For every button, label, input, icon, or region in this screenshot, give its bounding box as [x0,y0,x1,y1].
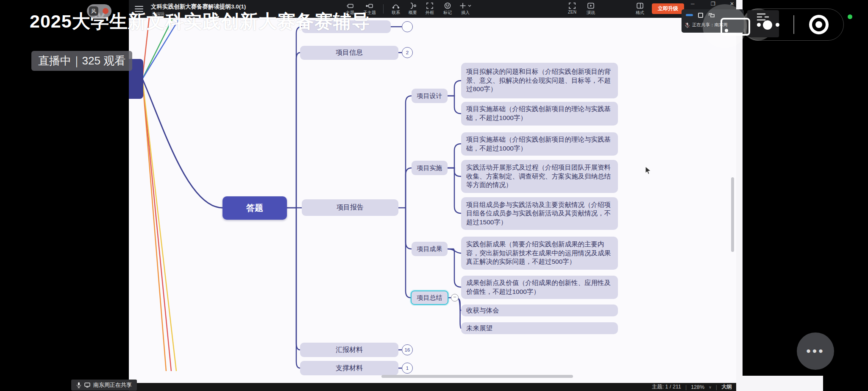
toolbar-zen-button[interactable]: ZEN [562,2,582,14]
mindmap-leaf-future-outlook[interactable]: 未来展望 [461,322,618,334]
mindmap-node-support-materials[interactable]: 支撑材料 [300,361,398,375]
topic-count-badge[interactable]: 1 [402,363,413,374]
topic-count-badge[interactable]: 2 [402,47,413,58]
screen-frame-icon [721,18,750,36]
mindmap-node-project-implementation[interactable]: 项目实施 [412,161,448,175]
mindmap-leaf-innovation-value[interactable]: 成果创新点及价值（介绍成果的创新性、应用性及价值性，不超过1000字） [461,276,618,299]
stop-share-icon[interactable] [698,13,703,18]
topic-count-badge[interactable]: 16 [402,344,413,355]
sharing-toast-text: 南东周正在共享 [93,381,132,389]
toolbar-boundary-button[interactable]: 外框 [420,2,440,16]
subtopic-icon [360,2,379,9]
minimize-bar-icon[interactable] [686,14,693,16]
present-play-icon [581,2,601,9]
mindmap-leaf-activity-process[interactable]: 实践活动开展形式及过程（介绍项目团队开展资料收集、方案制定、调查研究、方案实施及… [461,160,618,193]
format-panel-icon [630,2,650,9]
livestream-title: 2025大学生新文科实践创新大赛备赛辅导 [30,9,370,34]
microphone-icon [76,382,81,388]
toolbar-format-button[interactable]: 格式 [630,2,650,16]
toolbar-insert-button[interactable]: 插入 [456,2,475,16]
mindmap-leaf-implementation-basis-1[interactable]: 项目实施基础（介绍实践创新项目的理论与实践基础，不超过1000字） [461,102,618,126]
content-bottom-corner [736,376,823,391]
sharing-toast: 南东周正在共享 [71,380,137,391]
topic-icon [340,2,360,9]
window-minimize-button[interactable]: ─ [691,1,695,7]
mindmap-node-project-results[interactable]: 项目成果 [412,242,448,256]
toolbar-present-button[interactable]: 演说 [581,2,601,16]
content-right-edge [736,0,743,391]
mindmap-node-project-report[interactable]: 项目报告 [302,199,398,216]
mindmap-leaf-problem-goals[interactable]: 项目拟解决的问题和目标（介绍实践创新项目的背景、意义、拟解决的社会现实问题、目标… [461,63,618,98]
mindmap-node-report-materials[interactable]: 汇报材料 [300,343,398,357]
mouse-cursor [645,166,652,175]
mindmap-node-project-info[interactable]: 项目信息 [300,46,398,60]
capsule-dot-small [757,23,761,27]
floating-app-capsule[interactable]: 风 [87,4,111,18]
mindmap-node-project-summary-selected[interactable]: 项目总结 [411,290,448,305]
xmind-app-window: 文科实践创新大赛备赛解读提纲3.0(1) 已编辑 主题 子主题 联系 概要 [129,0,736,391]
horizontal-scrollbar[interactable] [381,375,573,378]
vertical-scrollbar[interactable] [731,177,734,252]
capsule-dot-small [776,23,779,27]
mindmap-leaf-implementation-basis-2[interactable]: 项目实施基础（介绍实践创新项目的理论与实践基础，不超过1000字） [461,132,618,156]
outline-toggle[interactable]: 大纲 [721,383,732,391]
app-statusbar: 主题: 1 / 211 | 128% ∨ | 大纲 [129,383,736,391]
mindmap-canvas[interactable]: 答题 项目信息 2 项目报告 汇报材料 16 支撑材料 1 项目设计 项目实施 … [129,18,736,383]
mindmap-leaf-gains[interactable]: 收获与体会 [461,304,618,316]
screen-share-icon [84,383,90,388]
topic-counter: 主题: 1 / 211 [652,383,681,391]
collapse-minus-button[interactable]: − [451,294,459,302]
statusbar-divider: | [716,384,717,390]
topic-count-badge[interactable] [402,21,413,32]
mic-muted-icon[interactable] [685,22,690,28]
recording-red-dot [103,8,108,14]
marker-smiley-icon [438,2,457,9]
toolbar-marker-button[interactable]: 标记 [438,2,457,16]
zen-mode-icon [562,2,582,9]
mindmap-connector-lines [129,18,736,383]
live-viewers-badge: 直播中｜325 观看 [31,51,132,71]
insert-plus-icon [456,2,475,9]
zoom-level[interactable]: 128% [691,384,704,390]
mindmap-leaf-member-contribution[interactable]: 项目组成员参与实践活动及主要贡献情况（介绍项目组各位成员参与实践创新活动及其贡献… [461,197,618,230]
screenshot-stage: 文科实践创新大赛备赛解读提纲3.0(1) 已编辑 主题 子主题 联系 概要 [0,0,868,391]
mindmap-node-project-design[interactable]: 项目设计 [412,89,448,103]
capsule-separator [793,15,794,34]
statusbar-divider: | [685,384,687,390]
mindmap-leaf-innovation-results[interactable]: 实践创新成果（简要介绍实践创新成果的主要内容，突出新知识新技术在成果中的运用情况… [461,237,618,270]
record-button[interactable] [809,15,829,34]
boundary-icon [420,2,440,9]
mindmap-node-answer[interactable]: 答题 [223,196,287,220]
app-logo-icon: 风 [89,6,98,16]
more-options-button[interactable]: ••• [797,332,834,370]
toolbar-divider [383,4,384,14]
upgrade-now-button[interactable]: 立即升级 [652,3,684,14]
window-maximize-button[interactable]: ❐ [711,1,715,7]
zoom-caret-icon[interactable]: ∨ [709,385,712,389]
status-green-dot [848,14,852,19]
capsule-dot-large[interactable] [763,20,772,30]
